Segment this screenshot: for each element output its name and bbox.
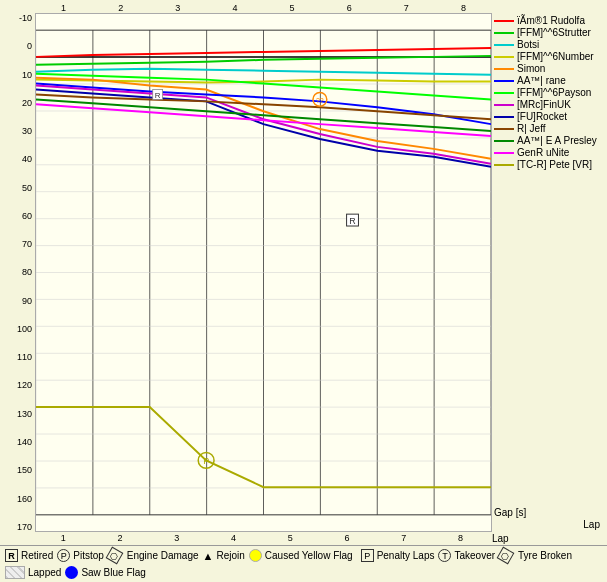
y-tick: 30 bbox=[22, 126, 32, 136]
svg-text:P: P bbox=[203, 456, 209, 466]
penalty-symbol: P bbox=[361, 549, 374, 562]
legend-label-11: GenR uNite bbox=[517, 147, 569, 158]
legend-item-12: [TC-R] Pete [VR] bbox=[494, 159, 605, 170]
y-tick: 110 bbox=[17, 352, 32, 362]
footer-retired: R Retired bbox=[5, 549, 53, 562]
legend-line-11 bbox=[494, 152, 514, 154]
y-tick: 90 bbox=[22, 296, 32, 306]
takeover-symbol: T bbox=[438, 549, 451, 562]
footer-tyre-broken: ⬡ Tyre Broken bbox=[499, 549, 572, 562]
y-tick: 60 bbox=[22, 211, 32, 221]
tyre-broken-symbol: ⬡ bbox=[497, 547, 515, 565]
legend-line-12 bbox=[494, 164, 514, 166]
legend-line-2 bbox=[494, 44, 514, 46]
lap-top-6: 6 bbox=[321, 3, 378, 13]
footer-legend: R Retired P Pitstop ⬡ Engine Damage ▲ Re… bbox=[0, 545, 607, 582]
legend-item-6: [FFM]^^6Payson bbox=[494, 87, 605, 98]
y-tick: 160 bbox=[17, 494, 32, 504]
legend: ïÃm®1 Rudolfa [FFM]^^6Strutter Botsi [FF… bbox=[492, 13, 607, 532]
y-axis-label: Gap [s] bbox=[494, 507, 605, 518]
legend-item-3: [FFM]^^6Number bbox=[494, 51, 605, 62]
legend-line-10 bbox=[494, 140, 514, 142]
lap-axis-label: Lap bbox=[489, 533, 492, 544]
blue-flag-symbol bbox=[65, 566, 78, 579]
lap-bot-7: 7 bbox=[376, 533, 433, 544]
lap-bot-2: 2 bbox=[92, 533, 149, 544]
footer-yellow-flag: Caused Yellow Flag bbox=[249, 549, 353, 562]
y-tick: 140 bbox=[17, 437, 32, 447]
yellow-flag-symbol bbox=[249, 549, 262, 562]
legend-label-9: R| Jeff bbox=[517, 123, 546, 134]
blue-flag-label: Saw Blue Flag bbox=[81, 567, 145, 578]
legend-line-5 bbox=[494, 80, 514, 82]
y-tick: 70 bbox=[22, 239, 32, 249]
legend-item-7: [MRc]FinUK bbox=[494, 99, 605, 110]
rejoin-label: Rejoin bbox=[216, 550, 244, 561]
lap-top-8: 8 bbox=[435, 3, 492, 13]
pitstop-symbol: P bbox=[57, 549, 70, 562]
legend-label-0: ïÃm®1 Rudolfa bbox=[517, 15, 585, 26]
lap-top-3: 3 bbox=[149, 3, 206, 13]
legend-line-8 bbox=[494, 116, 514, 118]
legend-label-2: Botsi bbox=[517, 39, 539, 50]
legend-item-11: GenR uNite bbox=[494, 147, 605, 158]
engine-damage-symbol: ⬡ bbox=[105, 547, 123, 565]
y-tick: 0 bbox=[27, 41, 32, 51]
legend-label-6: [FFM]^^6Payson bbox=[517, 87, 591, 98]
legend-item-4: Simon bbox=[494, 63, 605, 74]
y-tick: 170 bbox=[17, 522, 32, 532]
legend-label-5: AA™| rane bbox=[517, 75, 566, 86]
y-tick: 150 bbox=[17, 465, 32, 475]
takeover-label: Takeover bbox=[454, 550, 495, 561]
footer-pitstop: P Pitstop bbox=[57, 549, 104, 562]
legend-line-0 bbox=[494, 20, 514, 22]
legend-line-7 bbox=[494, 104, 514, 106]
pitstop-label: Pitstop bbox=[73, 550, 104, 561]
y-tick: 80 bbox=[22, 267, 32, 277]
legend-label-4: Simon bbox=[517, 63, 545, 74]
footer-rejoin: ▲ Rejoin bbox=[203, 550, 245, 562]
legend-item-2: Botsi bbox=[494, 39, 605, 50]
y-tick: 120 bbox=[17, 380, 32, 390]
engine-damage-label: Engine Damage bbox=[127, 550, 199, 561]
lapped-label: Lapped bbox=[28, 567, 61, 578]
lap-bot-5: 5 bbox=[262, 533, 319, 544]
legend-item-0: ïÃm®1 Rudolfa bbox=[494, 15, 605, 26]
rejoin-symbol: ▲ bbox=[203, 550, 214, 562]
svg-text:??: ?? bbox=[316, 97, 324, 104]
legend-line-6 bbox=[494, 92, 514, 94]
legend-line-9 bbox=[494, 128, 514, 130]
legend-item-5: AA™| rane bbox=[494, 75, 605, 86]
retired-label: Retired bbox=[21, 550, 53, 561]
lap-top-1: 1 bbox=[35, 3, 92, 13]
lap-bot-8: 8 bbox=[432, 533, 489, 544]
legend-label-7: [MRc]FinUK bbox=[517, 99, 571, 110]
legend-label-12: [TC-R] Pete [VR] bbox=[517, 159, 592, 170]
y-tick: 20 bbox=[22, 98, 32, 108]
yellow-flag-label: Caused Yellow Flag bbox=[265, 550, 353, 561]
legend-line-3 bbox=[494, 56, 514, 58]
x-axis-label: Lap bbox=[494, 519, 600, 530]
y-tick: 10 bbox=[22, 70, 32, 80]
footer-blue-flag: Saw Blue Flag bbox=[65, 566, 145, 579]
legend-item-10: AA™| E A Presley bbox=[494, 135, 605, 146]
y-tick: 100 bbox=[17, 324, 32, 334]
legend-label-8: [FU]Rocket bbox=[517, 111, 567, 122]
y-tick: 40 bbox=[22, 154, 32, 164]
legend-line-1 bbox=[494, 32, 514, 34]
y-tick: -10 bbox=[19, 13, 32, 23]
legend-item-8: [FU]Rocket bbox=[494, 111, 605, 122]
lapped-symbol bbox=[5, 566, 25, 579]
lap-bot-3: 3 bbox=[149, 533, 206, 544]
lap-top-2: 2 bbox=[92, 3, 149, 13]
lap-top-4: 4 bbox=[206, 3, 263, 13]
legend-item-1: [FFM]^^6Strutter bbox=[494, 27, 605, 38]
footer-penalty: P Penalty Laps bbox=[361, 549, 435, 562]
tyre-broken-label: Tyre Broken bbox=[518, 550, 572, 561]
y-tick: 50 bbox=[22, 183, 32, 193]
legend-label-10: AA™| E A Presley bbox=[517, 135, 597, 146]
lap-bot-4: 4 bbox=[205, 533, 262, 544]
chart-svg: P R ?? R bbox=[35, 13, 492, 532]
svg-text:R: R bbox=[155, 91, 161, 100]
lap-top-7: 7 bbox=[378, 3, 435, 13]
